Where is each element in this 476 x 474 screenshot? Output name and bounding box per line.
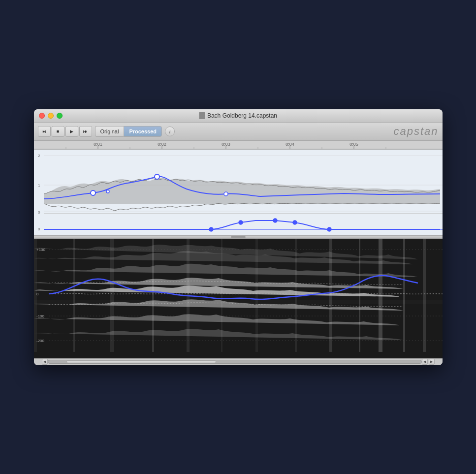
svg-rect-39 xyxy=(73,239,75,352)
svg-point-32 xyxy=(273,219,277,222)
info-button[interactable]: i xyxy=(165,126,175,136)
svg-rect-46 xyxy=(329,239,332,352)
maximize-button[interactable] xyxy=(57,113,63,119)
window-title-area: Bach Goldberg 14.capstan xyxy=(199,112,277,119)
divider-handle xyxy=(231,236,246,238)
document-icon xyxy=(199,112,205,119)
view-toggle: Original Processed xyxy=(95,126,162,137)
svg-text:0: 0 xyxy=(38,227,40,231)
svg-text:0: 0 xyxy=(36,292,39,296)
svg-rect-41 xyxy=(152,239,154,352)
main-window: Bach Goldberg 14.capstan ⏮ ■ ▶ ⏭ Origina… xyxy=(34,109,443,365)
svg-text:+100: +100 xyxy=(36,248,46,252)
svg-point-26 xyxy=(155,174,159,179)
svg-text:-100: -100 xyxy=(36,314,45,318)
transport-controls: ⏮ ■ ▶ ⏭ xyxy=(38,126,92,137)
scrollbar-thumb[interactable] xyxy=(66,360,216,363)
svg-text:1: 1 xyxy=(38,183,40,188)
play-button[interactable]: ▶ xyxy=(65,126,78,137)
svg-rect-47 xyxy=(359,239,360,352)
svg-text:2: 2 xyxy=(38,154,40,158)
svg-point-33 xyxy=(293,221,297,224)
close-button[interactable] xyxy=(39,113,45,119)
capstan-logo: capstan xyxy=(393,125,438,138)
svg-rect-43 xyxy=(221,239,222,352)
svg-rect-50 xyxy=(423,239,426,352)
timeline-ruler: 0:01 0:02 0:03 0:04 0:05 xyxy=(34,141,443,150)
waveform-panel: 2 1 0 xyxy=(34,150,443,236)
scroll-right-button-2[interactable]: ▶ xyxy=(429,359,435,365)
svg-text:0:05: 0:05 xyxy=(349,142,358,147)
stop-button[interactable]: ■ xyxy=(52,126,64,137)
scrollbar-area: ◀ ◀ ▶ xyxy=(34,358,443,365)
scrollbar-track[interactable] xyxy=(48,360,422,364)
svg-text:0:01: 0:01 xyxy=(94,142,102,147)
rewind-button[interactable]: ⏮ xyxy=(38,126,51,137)
svg-rect-48 xyxy=(379,239,382,352)
spectrogram-panel: +100 0 -100 -200 xyxy=(34,239,443,358)
svg-rect-45 xyxy=(295,239,297,352)
svg-point-24 xyxy=(91,190,95,195)
svg-point-25 xyxy=(106,190,109,193)
svg-text:-200: -200 xyxy=(36,339,45,343)
svg-text:0:04: 0:04 xyxy=(286,142,294,147)
toolbar: ⏮ ■ ▶ ⏭ Original Processed i capstan xyxy=(34,123,443,141)
scroll-left-button[interactable]: ◀ xyxy=(42,359,48,365)
svg-rect-44 xyxy=(255,239,258,352)
svg-text:0:03: 0:03 xyxy=(222,142,230,147)
svg-rect-49 xyxy=(403,239,405,352)
original-button[interactable]: Original xyxy=(95,126,124,137)
svg-rect-40 xyxy=(110,239,114,352)
svg-text:0: 0 xyxy=(38,210,40,215)
svg-point-34 xyxy=(327,227,331,231)
traffic-lights xyxy=(39,113,63,119)
fast-forward-button[interactable]: ⏭ xyxy=(79,126,92,137)
scroll-right-button-1[interactable]: ◀ xyxy=(422,359,428,365)
minimize-button[interactable] xyxy=(48,113,54,119)
window-title: Bach Goldberg 14.capstan xyxy=(207,112,277,119)
svg-point-31 xyxy=(239,221,243,224)
processed-button[interactable]: Processed xyxy=(124,126,162,137)
svg-text:0:02: 0:02 xyxy=(158,142,166,147)
svg-point-30 xyxy=(209,227,213,231)
svg-point-27 xyxy=(224,192,228,196)
titlebar: Bach Goldberg 14.capstan xyxy=(34,109,443,123)
